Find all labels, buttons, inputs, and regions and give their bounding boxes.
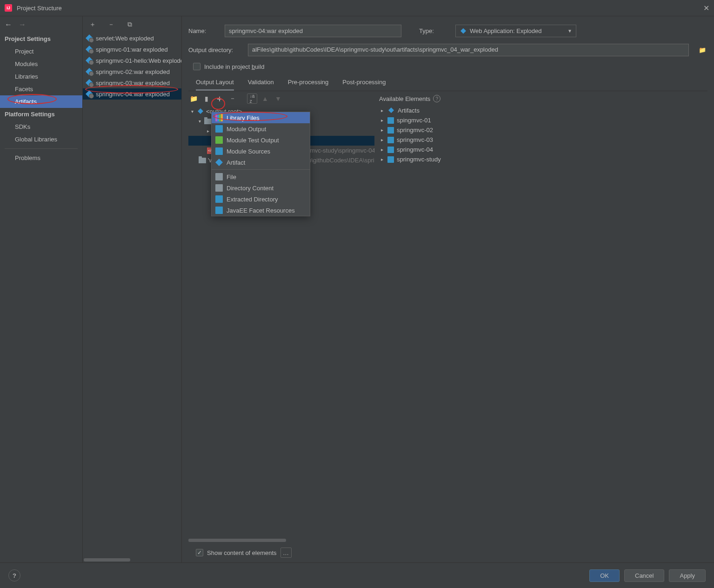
artifact-label: servlet:Web exploded xyxy=(96,35,154,42)
expander-icon[interactable]: ▸ xyxy=(379,147,385,152)
ok-button[interactable]: OK xyxy=(589,569,620,582)
artifact-label: springmvc-04:war exploded xyxy=(96,91,170,98)
artifact-item[interactable]: springmvc-03:war exploded xyxy=(83,77,181,88)
artifact-icon xyxy=(86,46,93,53)
artifact-icon xyxy=(86,57,93,64)
artifact-item[interactable]: springmvc-01-hello:Web exploded xyxy=(83,55,181,66)
show-content-checkbox[interactable] xyxy=(196,549,203,556)
popup-label: Extracted Directory xyxy=(227,196,278,203)
popup-item-library-files[interactable]: Library Files xyxy=(212,112,310,123)
tab-validation[interactable]: Validation xyxy=(248,76,274,91)
browse-folder-icon[interactable]: 📁 xyxy=(697,45,707,55)
copy-artifact-icon[interactable]: ⧉ xyxy=(125,20,135,30)
available-label: springmvc-02 xyxy=(397,127,433,134)
nav-global-libraries[interactable]: Global Libraries xyxy=(0,133,82,146)
artifact-icon xyxy=(86,34,93,42)
nav-libraries[interactable]: Libraries xyxy=(0,70,82,83)
available-item[interactable]: ▸Artifacts xyxy=(379,105,707,115)
include-checkbox[interactable] xyxy=(193,63,200,70)
window-title: Project Structure xyxy=(17,5,703,12)
new-folder-icon[interactable]: 📁 xyxy=(188,94,199,104)
artifact-item[interactable]: springmvc-02:war exploded xyxy=(83,66,181,77)
expander-icon[interactable]: ▾ xyxy=(197,119,202,124)
popup-item-file[interactable]: File xyxy=(212,171,310,182)
artifact-icon xyxy=(86,90,93,98)
apply-button[interactable]: Apply xyxy=(669,569,706,582)
new-archive-icon[interactable]: ▮ xyxy=(201,94,212,104)
popup-item-extracted-directory[interactable]: Extracted Directory xyxy=(212,194,310,205)
section-project-settings: Project Settings xyxy=(0,33,82,45)
forward-icon[interactable]: → xyxy=(19,20,26,29)
more-icon[interactable]: … xyxy=(280,548,292,558)
artifact-item[interactable]: servlet:Web exploded xyxy=(83,33,181,44)
nav-sdks[interactable]: SDKs xyxy=(0,120,82,133)
name-type-row: Name: Type: Web Application: Exploded ▼ xyxy=(188,22,707,40)
nav-artifacts[interactable]: Artifacts xyxy=(0,95,82,108)
help-button[interactable]: ? xyxy=(8,569,20,581)
popup-item-artifact[interactable]: Artifact xyxy=(212,157,310,168)
sort-icon[interactable]: ↓az xyxy=(247,94,257,104)
nav-modules[interactable]: Modules xyxy=(0,58,82,70)
remove-element-icon[interactable]: － xyxy=(227,94,238,104)
module-icon xyxy=(387,117,394,124)
move-down-icon[interactable]: ▼ xyxy=(273,94,283,104)
type-select[interactable]: Web Application: Exploded ▼ xyxy=(455,25,576,37)
folder-icon xyxy=(204,119,212,124)
extracted-directory-icon xyxy=(215,195,223,203)
nav-project[interactable]: Project xyxy=(0,45,82,58)
expander-icon[interactable]: ▸ xyxy=(379,137,385,142)
popup-item-module-sources[interactable]: Module Sources xyxy=(212,146,310,157)
expander-icon[interactable]: ▸ xyxy=(379,108,385,113)
expander-icon[interactable]: ▸ xyxy=(379,127,385,133)
close-icon[interactable]: ✕ xyxy=(703,4,709,13)
nav-toolbar: ← → xyxy=(0,16,82,33)
move-up-icon[interactable]: ▲ xyxy=(260,94,270,104)
tab-bar: Output Layout Validation Pre-processing … xyxy=(188,76,707,91)
available-item[interactable]: ▸springmvc-02 xyxy=(379,125,707,135)
artifact-icon xyxy=(387,107,395,114)
remove-artifact-icon[interactable]: － xyxy=(106,20,116,30)
available-item[interactable]: ▸springmvc-study xyxy=(379,154,707,164)
name-input[interactable] xyxy=(225,25,401,37)
available-item[interactable]: ▸springmvc-03 xyxy=(379,135,707,145)
expander-icon[interactable]: ▸ xyxy=(379,157,385,162)
help-icon[interactable]: ? xyxy=(433,95,440,102)
available-item[interactable]: ▸spingmvc-01 xyxy=(379,115,707,125)
add-element-icon[interactable]: ＋ xyxy=(214,94,225,104)
nav-problems[interactable]: Problems xyxy=(0,152,82,164)
tab-output-layout[interactable]: Output Layout xyxy=(196,76,234,91)
cancel-button[interactable]: Cancel xyxy=(624,569,664,582)
popup-item-module-output[interactable]: Module Output xyxy=(212,123,310,134)
artifacts-scrollbar[interactable] xyxy=(83,558,181,562)
tab-postprocessing[interactable]: Post-processing xyxy=(342,76,386,91)
tab-preprocessing[interactable]: Pre-processing xyxy=(288,76,328,91)
expander-icon[interactable]: ▾ xyxy=(189,109,195,114)
output-input[interactable]: alFiles\github\githubCodes\IDEA\springmv… xyxy=(248,44,689,56)
artifact-icon xyxy=(86,68,93,75)
javaee-facet-icon xyxy=(215,207,223,214)
nav-facets[interactable]: Facets xyxy=(0,83,82,95)
popup-item-module-test-output[interactable]: Module Test Output xyxy=(212,134,310,146)
module-test-output-icon xyxy=(215,136,223,144)
expander-icon[interactable]: ▸ xyxy=(205,128,211,134)
artifact-icon xyxy=(215,159,223,166)
expander-icon[interactable]: ▸ xyxy=(379,118,385,123)
artifact-label: spingmvc-01:war exploded xyxy=(96,46,168,53)
popup-item-javaee-facet[interactable]: JavaEE Facet Resources xyxy=(212,205,310,216)
popup-label: Library Files xyxy=(227,114,260,121)
available-label: spingmvc-01 xyxy=(397,117,431,124)
artifact-icon xyxy=(86,79,93,87)
available-item[interactable]: ▸springmvc-04 xyxy=(379,145,707,154)
directory-icon xyxy=(215,184,223,192)
dialog-footer: ? OK Cancel Apply xyxy=(0,562,714,588)
type-value: Web Application: Exploded xyxy=(470,27,541,34)
artifact-item[interactable]: springmvc-04:war exploded xyxy=(83,88,181,100)
back-icon[interactable]: ← xyxy=(5,20,12,29)
output-toolbar: 📁 ▮ ＋ － ↓az ▲ ▼ xyxy=(188,91,374,106)
module-icon xyxy=(387,147,394,153)
module-output-icon xyxy=(215,125,223,133)
add-artifact-icon[interactable]: ＋ xyxy=(87,20,98,30)
output-tree-scrollbar[interactable] xyxy=(188,538,374,543)
popup-item-directory-content[interactable]: Directory Content xyxy=(212,182,310,194)
artifact-item[interactable]: spingmvc-01:war exploded xyxy=(83,44,181,55)
